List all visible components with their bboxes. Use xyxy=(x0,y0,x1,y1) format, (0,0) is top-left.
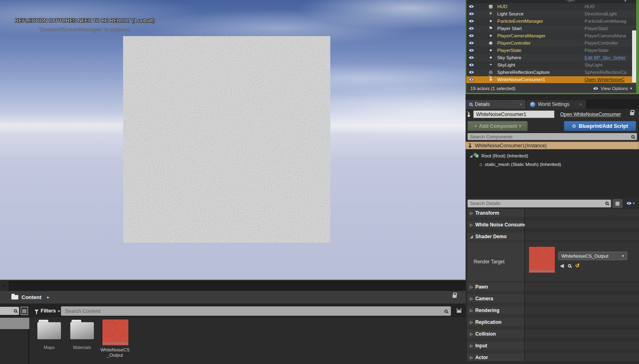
outliner-row-light-source[interactable]: ☀ Light Source DirectionalLight xyxy=(466,11,636,18)
outliner-row-hud[interactable]: ▦ HUD HUD xyxy=(466,3,636,11)
filters-button[interactable]: Filters ▾ xyxy=(35,307,60,315)
search-details-input[interactable] xyxy=(468,201,605,206)
asset-grid: Maps Materials xyxy=(29,317,130,364)
actor-label: Sky Sphere xyxy=(497,55,521,60)
render-target-dropdown[interactable]: WhiteNoiseCS_Output ▾ xyxy=(558,252,627,260)
chevron-down-icon: ▾ xyxy=(630,86,632,90)
chevron-down-icon: ▾ xyxy=(519,124,521,128)
visibility-eye-icon[interactable] xyxy=(469,19,474,23)
visibility-eye-icon[interactable] xyxy=(469,63,474,67)
actor-type: PlayerCameraMana xyxy=(585,33,632,38)
sources-search-box[interactable] xyxy=(0,307,19,315)
visibility-eye-icon[interactable] xyxy=(469,49,474,52)
visibility-eye-icon[interactable] xyxy=(469,71,474,74)
asset-texture-whitenoisecs-output[interactable]: WhiteNoiseCS _Output xyxy=(100,317,130,364)
blueprint-add-script-button[interactable]: ⚙ Blueprint/Add Script xyxy=(564,121,636,131)
breadcrumb-arrow-icon[interactable]: ▸ xyxy=(47,295,50,300)
outliner-row-sky-sphere[interactable]: ● Sky Sphere Edit BP_Sky_Spher xyxy=(466,54,636,62)
expander-collapsed-icon: ▷ xyxy=(470,332,473,336)
browse-to-asset-icon[interactable] xyxy=(568,264,571,267)
tree-item-static-mesh[interactable]: ⌂ static_mesh (Static Mesh) (Inherited) xyxy=(479,162,561,167)
content-browser-close-tab[interactable]: × xyxy=(0,281,9,291)
view-options-button[interactable]: View Options ▾ xyxy=(593,86,632,91)
white-noise-consumer-icon xyxy=(468,114,470,117)
visibility-eye-icon[interactable] xyxy=(469,27,474,30)
folder-icon xyxy=(70,322,94,339)
actor-name-field[interactable] xyxy=(473,110,555,118)
plus-icon: + xyxy=(474,123,477,129)
tab-details[interactable]: Details × xyxy=(466,100,526,109)
category-actor[interactable]: ▷ Actor xyxy=(467,353,639,361)
visibility-eye-icon[interactable] xyxy=(469,5,474,8)
category-white-noise-consumer[interactable]: ▷ White Noise Consumer xyxy=(467,221,639,228)
outliner-scrollbar-thumb[interactable] xyxy=(632,30,636,82)
outliner-row-skylight[interactable]: ◓ SkyLight SkyLight xyxy=(466,62,636,69)
open-blueprint-link[interactable]: Open WhiteNoiseC xyxy=(585,77,632,82)
outliner-footer: 19 actors (1 selected) View Options ▾ xyxy=(466,83,636,93)
outliner-row-particle-event-manager[interactable]: ● ParticleEventManager ParticleEventMana… xyxy=(466,18,636,25)
category-camera[interactable]: ▷ Camera xyxy=(467,295,639,302)
root-component-icon xyxy=(475,154,479,157)
close-icon[interactable]: × xyxy=(520,102,522,107)
tree-item-root[interactable]: ◢ Root (Root) (Inherited) xyxy=(470,153,528,158)
visibility-eye-icon[interactable] xyxy=(469,78,474,81)
visibility-eye-icon[interactable] xyxy=(469,34,474,37)
add-component-button[interactable]: + Add Component ▾ xyxy=(468,121,528,131)
visibility-eye-icon[interactable] xyxy=(469,12,474,15)
outliner-row-player-state[interactable]: ● PlayerState PlayerState xyxy=(466,47,636,54)
render-target-thumbnail[interactable] xyxy=(529,246,555,273)
render-target-value: WhiteNoiseCS_Output xyxy=(559,254,622,258)
component-tree: ◢ Root (Root) (Inherited) ⌂ static_mesh … xyxy=(466,149,639,198)
skylight-icon: ◓ xyxy=(487,62,494,67)
visibility-eye-icon[interactable] xyxy=(469,56,474,59)
outliner-row-player-start[interactable]: ⚑ Player Start PlayerStart xyxy=(466,25,636,32)
instance-row-selected[interactable]: WhiteNoiseConsumer1(Instance) xyxy=(466,142,639,149)
tab-world-settings[interactable]: World Settings × xyxy=(526,100,586,109)
search-components-input[interactable] xyxy=(468,134,631,139)
category-collision[interactable]: ▷ Collision xyxy=(467,330,639,338)
sources-selected-path[interactable] xyxy=(0,318,29,329)
level-viewport[interactable]: REFLECTION CAPTURES NEED TO BE REBUILT (… xyxy=(0,0,466,280)
player-controller-icon: ◉ xyxy=(487,40,494,45)
close-icon[interactable]: × xyxy=(580,102,582,107)
content-browser-tab-bar: × xyxy=(0,281,466,291)
sources-list-view-button[interactable]: ▤ xyxy=(21,307,28,315)
outliner-row-sphere-reflection-capture[interactable]: ◎ SphereReflectionCapture SphereReflecti… xyxy=(466,69,636,76)
property-matrix-button[interactable]: ▦ xyxy=(613,199,622,208)
lock-icon[interactable] xyxy=(630,112,634,115)
category-transform[interactable]: ▷ Transform xyxy=(467,209,639,217)
use-selected-asset-icon[interactable]: ◀ xyxy=(560,263,564,269)
edit-blueprint-link[interactable]: Edit BP_Sky_Spher xyxy=(585,55,632,60)
asset-folder-materials[interactable]: Materials xyxy=(67,317,97,364)
outliner-column-header[interactable]: Type ▼ xyxy=(466,0,636,3)
visibility-eye-icon[interactable] xyxy=(469,41,474,45)
player-start-icon: ⚑ xyxy=(487,26,494,31)
outliner-row-player-controller[interactable]: ◉ PlayerController PlayerController xyxy=(466,40,636,47)
reset-to-default-icon[interactable]: ↺ xyxy=(575,263,580,269)
search-icon xyxy=(605,202,609,205)
actor-type: DirectionalLight xyxy=(585,11,632,16)
asset-folder-maps[interactable]: Maps xyxy=(35,317,64,364)
category-input[interactable]: ▷ Input xyxy=(467,342,639,349)
category-replication[interactable]: ▷ Replication xyxy=(467,318,639,326)
details-panel: Details × World Settings × Open WhiteNoi… xyxy=(466,98,639,364)
sphere-icon: ● xyxy=(487,55,494,60)
display-filter-button[interactable]: ▾ xyxy=(624,201,637,205)
outliner-row-white-noise-consumer1-selected[interactable]: WhiteNoiseConsumer1 Open WhiteNoiseC xyxy=(466,76,636,84)
breadcrumb[interactable]: Content xyxy=(22,294,41,300)
save-all-icon[interactable] xyxy=(457,308,461,313)
white-noise-plane-mesh[interactable] xyxy=(123,36,330,243)
content-browser-lock-icon[interactable] xyxy=(453,295,457,298)
expander-expanded-icon[interactable]: ◢ xyxy=(470,154,472,158)
outliner-row-player-camera-manager[interactable]: ● PlayerCameraManager PlayerCameraMana xyxy=(466,32,636,40)
category-rendering[interactable]: ▷ Rendering xyxy=(467,306,639,314)
search-content-input[interactable] xyxy=(61,308,444,314)
open-blueprint-link[interactable]: Open WhiteNoiseConsumer xyxy=(560,112,621,117)
category-shader-demo[interactable]: ◢ Shader Demo xyxy=(467,233,639,240)
tab-label: Details xyxy=(475,101,490,107)
category-pawn[interactable]: ▷ Pawn xyxy=(467,283,639,291)
reflection-capture-icon: ◎ xyxy=(487,69,494,75)
actor-type: SphereReflectionCa xyxy=(585,70,632,75)
blueprint-button-label: Blueprint/Add Script xyxy=(579,123,628,129)
tab-label: World Settings xyxy=(538,101,570,107)
